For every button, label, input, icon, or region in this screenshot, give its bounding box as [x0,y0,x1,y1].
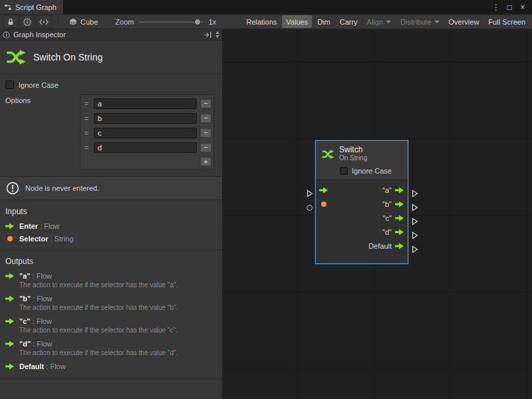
info-icon [3,31,10,39]
option-input-0[interactable] [94,98,197,109]
flow-out-icon[interactable] [395,201,404,207]
node-header[interactable]: Switch On String [316,141,408,165]
panel-scroll-arrows[interactable] [215,31,219,38]
flow-out-icon[interactable] [395,187,404,194]
kebab-menu-icon[interactable]: ⋮ [491,1,501,13]
carry-button[interactable]: Carry [336,15,362,28]
graph-canvas[interactable]: Switch On String Ignore Case "a" [223,29,532,399]
input-entry-enter: Enter : Flow [0,219,222,231]
flow-out-icon[interactable] [395,215,404,221]
lock-icon [7,18,15,26]
switch-on-string-node[interactable]: Switch On String Ignore Case "a" [304,140,420,264]
graph-icon [4,3,12,11]
remove-option-button[interactable]: − [200,99,211,108]
port-name: Selector [19,235,48,243]
distribute-dropdown[interactable]: Distribute [396,15,443,28]
inspector-header: Graph Inspector [0,29,222,41]
values-button[interactable]: Values [282,15,312,28]
dock-panel-icon[interactable] [203,31,212,39]
node-port-rows: "a" "b" "c" "d" [316,180,408,254]
maximize-icon[interactable]: □ [504,1,515,13]
drag-handle-icon[interactable]: = [82,114,90,122]
node-title: Switch [339,146,367,154]
port-description: The action to execute if the selector ha… [0,281,222,291]
port-type: : Flow [31,340,52,348]
flow-port-icon [5,318,15,325]
node-subtitle: On String [339,154,367,162]
output-port-b[interactable] [412,203,418,211]
port-name: "a" [19,272,31,280]
warning-icon [6,182,19,195]
options-list: = − = − = − = [80,94,214,170]
options-block: Options = − = − = − [0,90,222,170]
full-screen-button[interactable]: Full Screen [484,15,529,28]
warning-box: Node is never entered. [0,176,222,200]
tab-label: Script Graph [15,3,57,11]
output-port-default[interactable] [412,245,418,253]
selector-value-icon[interactable] [321,201,327,207]
relations-button[interactable]: Relations [242,15,281,28]
option-input-3[interactable] [94,142,197,153]
ignore-case-checkbox[interactable] [5,80,14,89]
zoom-value: 1x [208,18,216,26]
flow-port-icon [5,273,15,279]
code-view-button[interactable] [36,15,52,28]
drag-handle-icon[interactable]: = [82,129,90,137]
option-input-1[interactable] [94,113,197,124]
toolbar-buttons: Relations Values Dim Carry Align Distrib… [242,15,529,28]
flow-out-icon[interactable] [395,243,404,249]
add-option-button[interactable]: + [200,157,211,166]
align-label: Align [367,18,383,26]
node-body[interactable]: Switch On String Ignore Case "a" [315,140,408,264]
drag-handle-icon[interactable]: = [82,100,90,108]
option-row: = − [82,97,211,110]
info-icon [23,18,31,26]
output-port-a[interactable] [412,190,418,198]
remove-option-button[interactable]: − [200,143,211,152]
flow-in-icon[interactable] [319,187,329,194]
output-entry: "d" : Flow [0,336,222,349]
node-ignore-case-checkbox[interactable] [340,167,348,175]
output-port-c[interactable] [412,217,418,225]
port-label: "c" [383,214,392,222]
option-input-2[interactable] [94,128,197,138]
overview-button[interactable]: Overview [445,15,483,28]
input-entry-selector: Selector : String [0,231,222,244]
graph-toolbar: Cube Zoom 1x Relations Values Dim Carry … [0,14,532,29]
inspect-button[interactable] [19,15,35,28]
dim-button[interactable]: Dim [313,15,334,28]
port-label: "a" [382,186,392,194]
tab-script-graph[interactable]: Script Graph [0,0,64,14]
target-object-button[interactable]: Cube [64,15,103,28]
remove-option-button[interactable]: − [200,114,211,123]
port-label: "b" [382,200,392,208]
close-icon[interactable]: × [517,1,528,13]
unit-title: Switch On String [33,52,102,63]
distribute-label: Distribute [400,18,431,26]
lock-button[interactable] [3,15,19,28]
toolbar-separator [58,17,59,27]
enter-port[interactable] [307,190,313,198]
selector-port[interactable] [307,205,313,211]
align-dropdown[interactable]: Align [363,15,395,28]
drag-handle-icon[interactable]: = [82,144,90,152]
target-object-label: Cube [80,18,98,26]
port-type: : Flow [38,222,59,230]
node-port-row: "b" [316,197,408,211]
option-row: = − [82,141,211,154]
flow-port-icon [5,340,15,347]
cube-icon [69,18,77,26]
output-port-d[interactable] [412,231,418,239]
inspector-empty-area [0,378,222,399]
dim-label: Dim [317,18,331,26]
zoom-slider-handle[interactable] [194,19,201,25]
values-label: Values [286,18,308,26]
flow-out-icon[interactable] [395,229,404,235]
chevron-down-icon [386,21,391,23]
zoom-slider[interactable] [139,17,203,27]
overview-label: Overview [449,18,479,26]
port-type: : Flow [44,362,65,370]
full-screen-label: Full Screen [488,18,525,26]
inspector-title: Graph Inspector [13,31,66,39]
remove-option-button[interactable]: − [200,128,211,138]
